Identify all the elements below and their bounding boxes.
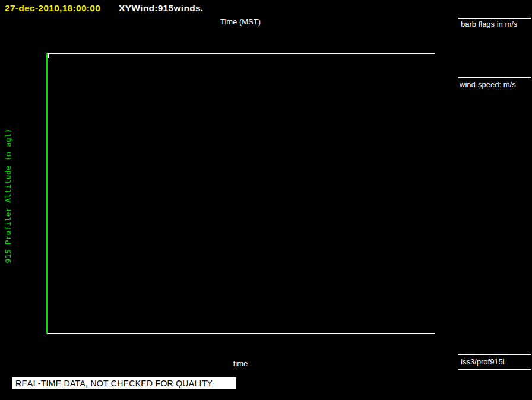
data-source-label: iss3/prof915l (461, 357, 505, 366)
separator-line (458, 77, 531, 78)
colorbar-title: wind-speed: m/s (460, 80, 516, 89)
axes-group (47, 53, 435, 334)
barb-legend-title: barb flags in m/s (461, 20, 517, 28)
wind-speed-colorbar (461, 90, 532, 351)
separator-line (458, 354, 531, 355)
quality-warning-banner: REAL-TIME DATA, NOT CHECKED FOR QUALITY (12, 377, 236, 389)
separator-line (458, 18, 531, 19)
separator-line (458, 369, 531, 370)
plot-canvas (0, 0, 532, 400)
